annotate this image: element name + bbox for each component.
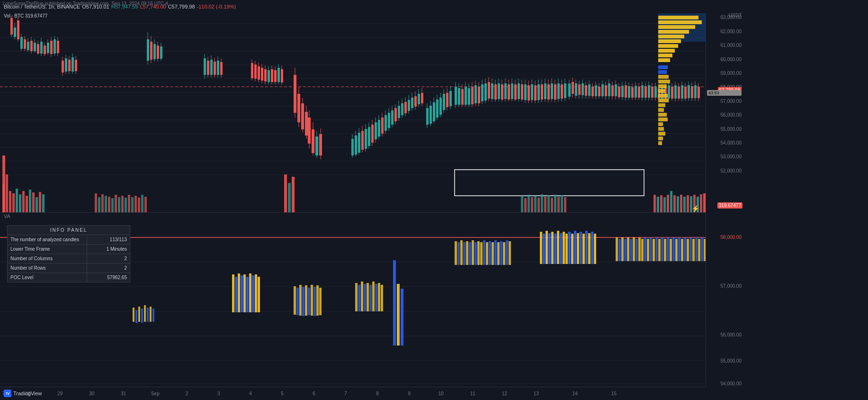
svg-rect-191 bbox=[125, 198, 127, 212]
svg-rect-229 bbox=[700, 194, 702, 212]
svg-rect-472 bbox=[489, 241, 491, 265]
time-6: 6 bbox=[313, 391, 315, 396]
svg-rect-498 bbox=[591, 232, 593, 264]
svg-rect-410 bbox=[658, 141, 662, 145]
time-14: 14 bbox=[573, 391, 578, 396]
svg-rect-396 bbox=[658, 75, 669, 79]
svg-rect-212 bbox=[557, 197, 560, 212]
svg-rect-470 bbox=[483, 240, 485, 265]
svg-rect-492 bbox=[574, 231, 576, 264]
svg-rect-224 bbox=[683, 197, 686, 212]
svg-rect-183 bbox=[98, 197, 100, 212]
svg-rect-203 bbox=[528, 195, 530, 212]
svg-rect-188 bbox=[115, 195, 117, 212]
svg-rect-209 bbox=[547, 195, 550, 212]
time-31: 31 bbox=[121, 391, 126, 396]
svg-rect-16 bbox=[9, 191, 11, 212]
svg-rect-434 bbox=[252, 275, 254, 312]
svg-rect-26 bbox=[42, 194, 45, 212]
svg-rect-193 bbox=[131, 197, 134, 212]
svg-rect-504 bbox=[627, 237, 629, 261]
svg-rect-518 bbox=[667, 237, 669, 261]
svg-rect-220 bbox=[670, 191, 672, 212]
svg-rect-461 bbox=[457, 242, 460, 265]
svg-rect-386 bbox=[658, 25, 695, 29]
svg-rect-192 bbox=[128, 195, 130, 212]
volume-label: Vol · BTC 319.67477 bbox=[4, 13, 47, 18]
svg-rect-468 bbox=[477, 241, 480, 265]
info-panel-row-1: Lower Time Frame 1 Minutes bbox=[8, 245, 130, 254]
time-8: 8 bbox=[376, 391, 379, 396]
svg-rect-515 bbox=[658, 239, 661, 261]
svg-rect-438 bbox=[296, 288, 299, 315]
tv-logo-text: TradingView bbox=[13, 391, 42, 396]
svg-rect-221 bbox=[673, 195, 676, 212]
svg-rect-426 bbox=[152, 309, 154, 322]
svg-rect-223 bbox=[680, 195, 682, 212]
time-11: 11 bbox=[470, 391, 475, 396]
svg-rect-499 bbox=[594, 234, 596, 264]
svg-rect-404 bbox=[658, 113, 667, 117]
tv-icon: TV bbox=[4, 390, 11, 397]
svg-rect-496 bbox=[585, 231, 588, 264]
svg-rect-437 bbox=[294, 286, 296, 315]
svg-rect-394 bbox=[658, 65, 668, 69]
info-panel-val-2: 2 bbox=[87, 254, 130, 263]
info-panel-key-1: Lower Time Frame bbox=[8, 245, 87, 254]
svg-rect-427 bbox=[232, 274, 234, 312]
svg-rect-475 bbox=[497, 242, 500, 265]
svg-rect-481 bbox=[543, 234, 545, 264]
svg-rect-522 bbox=[678, 237, 680, 261]
svg-rect-445 bbox=[316, 285, 319, 316]
svg-rect-463 bbox=[463, 242, 465, 265]
time-30: 30 bbox=[89, 391, 94, 396]
svg-rect-448 bbox=[358, 285, 360, 311]
svg-rect-466 bbox=[472, 240, 474, 265]
svg-rect-25 bbox=[39, 192, 41, 212]
svg-rect-194 bbox=[134, 196, 137, 212]
svg-rect-439 bbox=[299, 285, 302, 316]
svg-rect-211 bbox=[554, 195, 556, 212]
svg-rect-419 bbox=[133, 308, 134, 322]
svg-rect-433 bbox=[249, 273, 251, 312]
svg-rect-483 bbox=[548, 233, 551, 264]
svg-rect-391 bbox=[658, 49, 675, 53]
va-price-56000: 56,000.00 bbox=[721, 332, 742, 337]
attribution-bar: LoneSomeTheBlue published on TradingView… bbox=[0, 0, 171, 7]
svg-rect-403 bbox=[658, 108, 664, 112]
svg-rect-208 bbox=[544, 197, 546, 212]
va-price-54000: 54,000.00 bbox=[721, 381, 742, 386]
svg-rect-473 bbox=[492, 242, 494, 265]
info-panel-key-2: Number of Columns bbox=[8, 254, 87, 263]
svg-rect-399 bbox=[658, 89, 665, 93]
svg-rect-207 bbox=[541, 194, 543, 212]
poc-time-label: 43:53 bbox=[707, 90, 742, 96]
svg-rect-428 bbox=[235, 277, 237, 312]
time-2: 2 bbox=[186, 391, 188, 396]
svg-rect-423 bbox=[144, 305, 146, 322]
info-panel-key-4: POC Level bbox=[8, 273, 87, 282]
svg-rect-406 bbox=[658, 122, 663, 126]
svg-rect-213 bbox=[561, 195, 563, 212]
svg-rect-190 bbox=[121, 196, 124, 212]
panel-separator bbox=[0, 212, 743, 213]
close-price: C57,799.98 bbox=[168, 4, 195, 9]
svg-rect-482 bbox=[546, 231, 548, 264]
svg-rect-200 bbox=[292, 177, 295, 212]
svg-rect-385 bbox=[658, 20, 702, 24]
vol-profile-svg bbox=[658, 13, 706, 146]
svg-rect-217 bbox=[660, 195, 662, 212]
svg-rect-17 bbox=[12, 193, 15, 212]
svg-rect-480 bbox=[540, 232, 542, 264]
svg-rect-187 bbox=[111, 198, 114, 212]
svg-rect-485 bbox=[554, 234, 556, 264]
svg-rect-514 bbox=[655, 237, 658, 261]
info-panel-key-0: The number of analyzed candles bbox=[8, 235, 87, 244]
svg-rect-456 bbox=[381, 285, 383, 311]
time-3: 3 bbox=[217, 391, 220, 396]
svg-rect-449 bbox=[361, 282, 363, 311]
svg-rect-201 bbox=[521, 196, 523, 212]
price-53000: 53,000.00 bbox=[721, 154, 742, 159]
svg-rect-446 bbox=[319, 288, 322, 315]
va-price-55000: 55,000.00 bbox=[721, 358, 742, 363]
